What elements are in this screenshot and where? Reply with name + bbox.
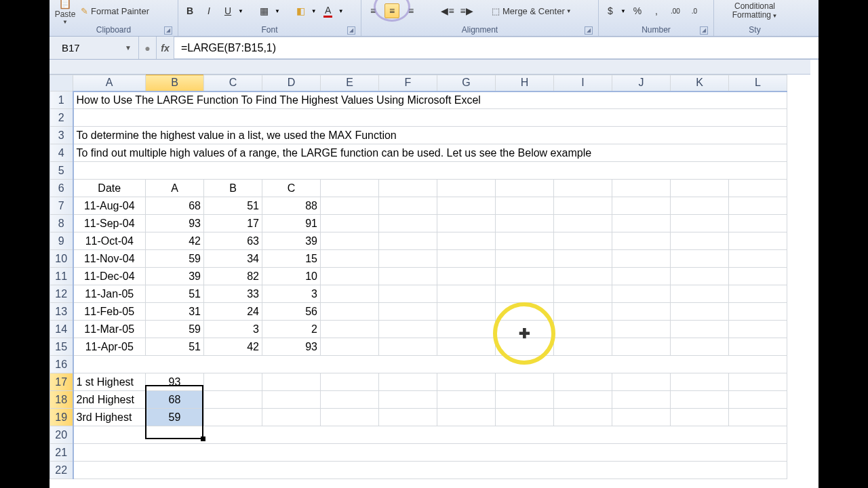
dialog-launcher-icon[interactable]: ◢	[347, 26, 355, 35]
cell[interactable]	[321, 373, 379, 391]
column-header[interactable]: F	[379, 75, 437, 92]
cell[interactable]: 91	[262, 215, 321, 232]
cell[interactable]	[671, 338, 729, 356]
cell[interactable]	[554, 268, 612, 285]
cell[interactable]	[437, 391, 496, 409]
cell[interactable]	[554, 303, 612, 321]
cell[interactable]	[612, 303, 671, 321]
cell[interactable]: To determine the highest value in a list…	[73, 127, 787, 144]
cell[interactable]	[321, 232, 379, 250]
column-header[interactable]: C	[204, 75, 262, 92]
cell[interactable]	[73, 109, 787, 127]
cell[interactable]	[729, 180, 787, 197]
decrease-indent-button[interactable]: ◀≡	[440, 3, 455, 18]
cell[interactable]	[612, 197, 671, 215]
row-header[interactable]: 6	[50, 180, 73, 197]
cell[interactable]: Date	[73, 180, 146, 197]
cell[interactable]: 3rd Highest	[73, 409, 146, 426]
column-header[interactable]: D	[262, 75, 321, 92]
cancel-formula-button[interactable]: ●	[139, 37, 157, 59]
cell[interactable]	[321, 321, 379, 338]
cell[interactable]	[671, 232, 729, 250]
cell[interactable]: 59	[146, 321, 204, 338]
cell[interactable]: 11-Nov-04	[73, 250, 146, 268]
cell[interactable]: A	[146, 180, 204, 197]
cell[interactable]: 59	[146, 409, 204, 426]
cell[interactable]: 82	[204, 268, 262, 285]
comma-button[interactable]: ,	[649, 3, 664, 18]
cell[interactable]: 15	[262, 250, 321, 268]
cell[interactable]	[729, 338, 787, 356]
cell[interactable]: 42	[146, 232, 204, 250]
cell[interactable]	[729, 250, 787, 268]
fill-color-button[interactable]: ◧	[294, 3, 309, 18]
cell[interactable]: 1 st Highest	[73, 373, 146, 391]
cell[interactable]	[729, 197, 787, 215]
percent-button[interactable]: %	[630, 3, 645, 18]
row-header[interactable]: 8	[50, 215, 73, 232]
cell[interactable]	[612, 268, 671, 285]
cell[interactable]	[496, 232, 554, 250]
cell[interactable]: 39	[146, 268, 204, 285]
chevron-down-icon[interactable]: ▼	[275, 8, 280, 14]
cell[interactable]: 59	[146, 250, 204, 268]
cell[interactable]	[73, 356, 787, 373]
cell[interactable]	[73, 462, 787, 479]
cell[interactable]	[671, 303, 729, 321]
align-middle-button[interactable]: ≡	[384, 3, 399, 18]
row-header[interactable]: 14	[50, 321, 73, 338]
cell[interactable]	[496, 180, 554, 197]
cell[interactable]: 3	[204, 321, 262, 338]
chevron-down-icon[interactable]: ▼	[338, 8, 344, 14]
cell[interactable]	[612, 321, 671, 338]
cell[interactable]	[729, 232, 787, 250]
cell[interactable]	[554, 285, 612, 303]
cell[interactable]: 31	[146, 303, 204, 321]
cell[interactable]	[321, 391, 379, 409]
align-top-button[interactable]: ≡	[366, 3, 380, 18]
row-header[interactable]: 20	[50, 426, 73, 444]
cell[interactable]	[612, 338, 671, 356]
cell[interactable]	[321, 250, 379, 268]
row-header[interactable]: 18	[50, 391, 73, 409]
cell[interactable]	[321, 338, 379, 356]
fx-button[interactable]: fx	[157, 37, 174, 59]
cell[interactable]: 11-Dec-04	[73, 268, 146, 285]
cell[interactable]: 39	[262, 232, 321, 250]
border-button[interactable]: ▦	[257, 3, 272, 18]
formula-input[interactable]: =LARGE(B7:B15,1)	[174, 37, 818, 59]
column-header[interactable]: E	[321, 75, 379, 92]
cell[interactable]: 2nd Highest	[73, 391, 146, 409]
cell[interactable]	[437, 303, 496, 321]
cell[interactable]	[437, 409, 496, 426]
cell[interactable]	[729, 268, 787, 285]
font-color-button[interactable]: A	[321, 3, 336, 18]
cell[interactable]: 51	[146, 338, 204, 356]
cell[interactable]: 56	[262, 303, 321, 321]
cell[interactable]: 68	[146, 197, 204, 215]
cell[interactable]	[437, 321, 496, 338]
column-header[interactable]: B	[146, 75, 204, 92]
row-header[interactable]: 13	[50, 303, 73, 321]
row-header[interactable]: 15	[50, 338, 73, 356]
cell[interactable]	[379, 373, 437, 391]
cell[interactable]	[612, 373, 671, 391]
cell[interactable]	[437, 232, 496, 250]
cell[interactable]	[612, 215, 671, 232]
cell[interactable]	[496, 338, 554, 356]
cell[interactable]: 24	[204, 303, 262, 321]
cell[interactable]: 34	[204, 250, 262, 268]
cell[interactable]: 11-Feb-05	[73, 303, 146, 321]
chevron-down-icon[interactable]: ▼	[238, 8, 243, 14]
cell[interactable]: To find out multiple high values of a ra…	[73, 144, 787, 162]
dialog-launcher-icon[interactable]: ◢	[700, 26, 708, 35]
cell[interactable]: 11-Sep-04	[73, 215, 146, 232]
cell[interactable]	[321, 197, 379, 215]
cell[interactable]	[554, 321, 612, 338]
cell[interactable]: 33	[204, 285, 262, 303]
italic-button[interactable]: I	[201, 3, 216, 18]
cell[interactable]	[554, 215, 612, 232]
cell[interactable]	[379, 232, 437, 250]
cell[interactable]	[612, 285, 671, 303]
cell[interactable]: 11-Apr-05	[73, 338, 146, 356]
